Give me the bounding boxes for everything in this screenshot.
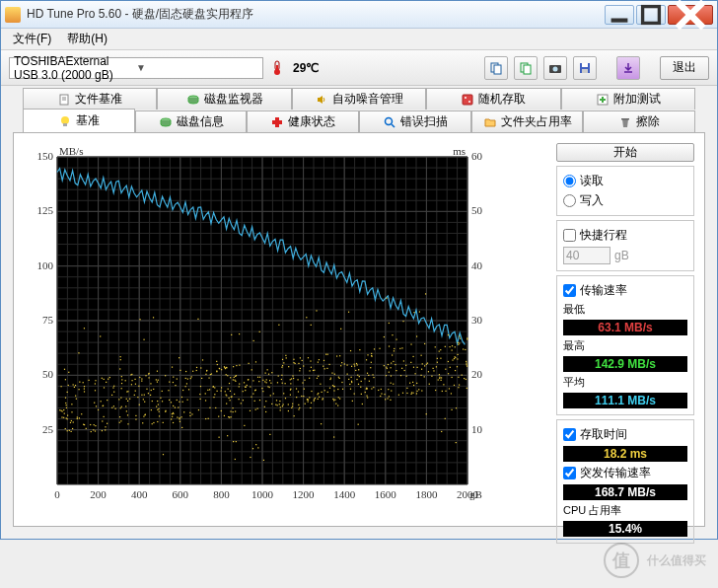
- plus-icon: [596, 93, 610, 107]
- tab-附加测试[interactable]: 附加测试: [561, 88, 695, 110]
- disk-icon: [159, 115, 173, 129]
- disk-icon: [186, 93, 200, 107]
- content-panel: 开始 读取 写入 快捷行程 gB 传输速率 最低 63.1 MB/s 最高 14…: [13, 132, 705, 527]
- temperature-value: 29℃: [293, 61, 319, 75]
- trash-icon: [618, 115, 632, 129]
- dice-icon: [461, 93, 474, 107]
- tab-健康状态[interactable]: 健康状态: [247, 110, 359, 132]
- max-label: 最高: [563, 338, 687, 353]
- svg-point-22: [465, 97, 467, 99]
- device-select[interactable]: TOSHIBAExternal USB 3.0 (2000 gB) ▼: [9, 57, 263, 79]
- avg-value: 111.1 MB/s: [563, 393, 687, 408]
- svg-rect-31: [272, 120, 282, 124]
- doc-icon: [57, 93, 71, 107]
- maximize-button[interactable]: [636, 5, 666, 25]
- chart-canvas: [24, 143, 497, 508]
- svg-point-23: [468, 101, 470, 103]
- transfer-checkbox[interactable]: 传输速率: [563, 282, 687, 299]
- tab-擦除[interactable]: 擦除: [583, 110, 695, 132]
- chevron-down-icon: ▼: [136, 62, 258, 73]
- start-button[interactable]: 开始: [556, 143, 694, 162]
- toolbar: TOSHIBAExternal USB 3.0 (2000 gB) ▼ 29℃ …: [1, 50, 717, 86]
- camera-button[interactable]: [543, 56, 567, 80]
- access-checkbox[interactable]: 存取时间: [563, 426, 687, 443]
- svg-line-33: [392, 124, 395, 127]
- copy-text-button[interactable]: [484, 56, 508, 80]
- cpu-value: 15.4%: [563, 521, 687, 537]
- svg-rect-10: [524, 65, 531, 74]
- app-window: HD Tune Pro 5.60 - 硬盘/固态硬盘实用程序 文件(F) 帮助(…: [0, 0, 718, 540]
- app-icon: [5, 7, 21, 23]
- cross-icon: [270, 115, 284, 129]
- svg-rect-21: [463, 95, 472, 105]
- access-group: 存取时间 18.2 ms 突发传输速率 168.7 MB/s CPU 占用率 1…: [556, 419, 694, 544]
- download-button[interactable]: [616, 56, 640, 80]
- benchmark-chart: [24, 143, 546, 516]
- thermometer-icon: [269, 60, 285, 76]
- svg-rect-8: [494, 65, 501, 74]
- tab-基准[interactable]: 基准: [23, 109, 135, 132]
- svg-rect-15: [582, 69, 588, 73]
- folder-icon: [483, 115, 497, 129]
- svg-point-12: [553, 66, 558, 71]
- burst-checkbox[interactable]: 突发传输速率: [563, 465, 687, 481]
- exit-button[interactable]: 退出: [660, 56, 709, 80]
- svg-rect-34: [621, 118, 629, 120]
- search-icon: [383, 115, 396, 129]
- svg-rect-14: [582, 63, 588, 67]
- speaker-icon: [315, 93, 328, 107]
- tab-磁盘监视器[interactable]: 磁盘监视器: [157, 88, 291, 110]
- svg-rect-6: [276, 65, 278, 71]
- short-stroke-checkbox[interactable]: 快捷行程: [563, 227, 687, 244]
- tab-磁盘信息[interactable]: 磁盘信息: [135, 110, 248, 132]
- svg-point-27: [61, 116, 69, 124]
- menubar: 文件(F) 帮助(H): [1, 29, 717, 50]
- window-title: HD Tune Pro 5.60 - 硬盘/固态硬盘实用程序: [27, 6, 603, 23]
- tabs-row-top: 文件基准磁盘监视器自动噪音管理随机存取附加测试: [1, 86, 717, 110]
- transfer-group: 传输速率 最低 63.1 MB/s 最高 142.9 MB/s 平均 111.1…: [556, 275, 694, 415]
- tab-文件夹占用率[interactable]: 文件夹占用率: [471, 110, 584, 132]
- side-panel: 开始 读取 写入 快捷行程 gB 传输速率 最低 63.1 MB/s 最高 14…: [556, 143, 694, 516]
- short-value-input: [563, 247, 610, 264]
- cpu-label: CPU 占用率: [563, 503, 687, 518]
- max-value: 142.9 MB/s: [563, 356, 687, 372]
- svg-rect-28: [63, 123, 67, 126]
- min-value: 63.1 MB/s: [563, 320, 687, 335]
- short-group: 快捷行程 gB: [556, 220, 694, 271]
- titlebar: HD Tune Pro 5.60 - 硬盘/固态硬盘实用程序: [1, 1, 717, 29]
- watermark: 值 什么值得买: [604, 543, 706, 578]
- access-value: 18.2 ms: [563, 446, 687, 462]
- menu-help[interactable]: 帮助(H): [59, 29, 115, 49]
- mode-group: 读取 写入: [556, 166, 694, 216]
- read-radio[interactable]: 读取: [563, 173, 687, 189]
- tab-随机存取[interactable]: 随机存取: [426, 88, 560, 110]
- menu-file[interactable]: 文件(F): [5, 29, 59, 49]
- close-button[interactable]: [668, 5, 713, 25]
- svg-rect-1: [643, 6, 660, 23]
- watermark-icon: 值: [604, 543, 639, 578]
- tab-文件基准[interactable]: 文件基准: [23, 88, 157, 110]
- burst-value: 168.7 MB/s: [563, 484, 687, 500]
- device-select-value: TOSHIBAExternal USB 3.0 (2000 gB): [14, 54, 136, 82]
- svg-point-32: [385, 117, 392, 124]
- tab-错误扫描[interactable]: 错误扫描: [359, 110, 471, 132]
- min-label: 最低: [563, 302, 687, 317]
- minimize-button[interactable]: [605, 5, 634, 25]
- tab-自动噪音管理[interactable]: 自动噪音管理: [292, 88, 426, 110]
- write-radio[interactable]: 写入: [563, 192, 687, 209]
- bulb-icon: [58, 114, 72, 128]
- avg-label: 平均: [563, 375, 687, 390]
- save-button[interactable]: [573, 56, 597, 80]
- tabs-row-bottom: 基准磁盘信息健康状态错误扫描文件夹占用率擦除: [1, 109, 717, 132]
- copy-screenshot-button[interactable]: [514, 56, 538, 80]
